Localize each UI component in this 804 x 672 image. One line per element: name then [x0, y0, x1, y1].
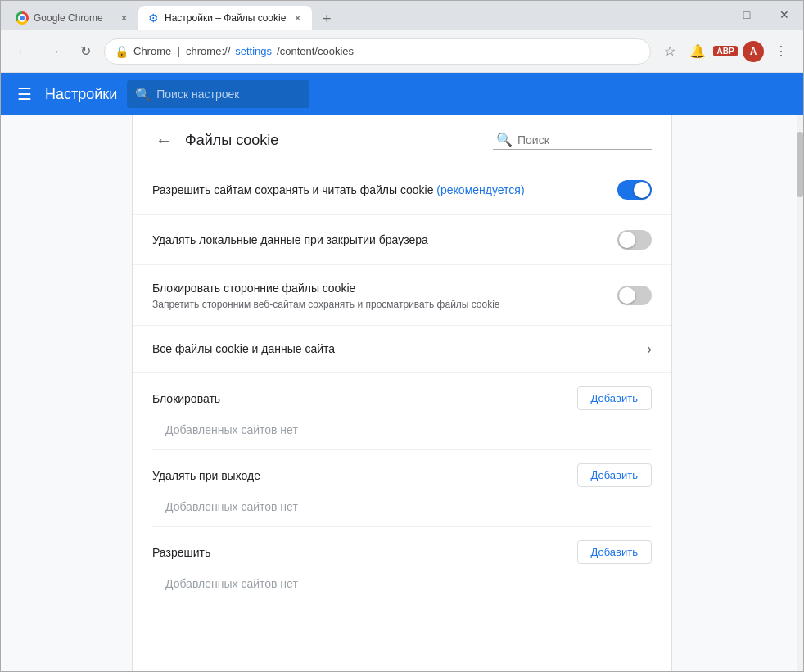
abp-icon[interactable]: ABP [713, 39, 738, 64]
block-third-party-toggle[interactable] [617, 286, 652, 305]
block-add-button[interactable]: Добавить [577, 386, 652, 410]
tab-label: Настройки – Файлы cookie [165, 12, 286, 24]
new-tab-button[interactable]: + [315, 7, 338, 30]
tab-close-button[interactable]: ✕ [291, 11, 304, 25]
search-icon: 🔍 [135, 87, 151, 102]
delete-empty-text: Добавленных сайтов нет [133, 494, 671, 526]
titlebar: Google Chrome ✕ ⚙ Настройки – Файлы cook… [1, 1, 803, 30]
chrome-menu-icon[interactable]: ⋮ [769, 39, 793, 64]
window-controls: — □ ✕ [690, 2, 803, 27]
allow-section-label: Разрешить [152, 546, 210, 559]
page-header: ← Файлы cookie 🔍 [133, 115, 671, 165]
setting-block-third-party: Блокировать сторонние файлы cookie Запре… [133, 265, 671, 326]
page-title: Файлы cookie [185, 132, 483, 149]
close-button[interactable]: ✕ [766, 2, 803, 27]
allow-cookies-toggle[interactable] [617, 180, 652, 200]
setting-all-cookies-text: Все файлы cookie и данные сайта [152, 341, 647, 358]
tab-settings-cookies[interactable]: ⚙ Настройки – Файлы cookie ✕ [138, 6, 312, 30]
setting-allow-cookies-text: Разрешить сайтам сохранять и читать файл… [152, 182, 617, 199]
minimize-button[interactable]: — [690, 2, 728, 27]
toggle-thumb [619, 232, 635, 248]
delete-section-header: Удалять при выходе Добавить [133, 450, 671, 494]
tab-close-button[interactable]: ✕ [117, 11, 130, 25]
notifications-icon[interactable]: 🔔 [685, 39, 710, 64]
setting-all-cookies-label: Все файлы cookie и данные сайта [152, 341, 627, 358]
page-back-button[interactable]: ← [152, 129, 175, 151]
block-empty-text: Добавленных сайтов нет [133, 417, 671, 449]
page-search[interactable]: 🔍 [493, 130, 652, 150]
settings-search-wrap: 🔍 [127, 80, 790, 108]
reload-button[interactable]: ↻ [73, 39, 97, 64]
setting-all-cookies[interactable]: Все файлы cookie и данные сайта › [133, 326, 671, 373]
avatar-icon[interactable]: А [741, 39, 766, 64]
content-area: ← Файлы cookie 🔍 Разрешить сайтам сохран… [1, 115, 803, 671]
chrome-settings-header: ☰ Настройки 🔍 [1, 73, 803, 115]
scrollbar-track[interactable] [797, 115, 803, 671]
delete-add-button[interactable]: Добавить [577, 463, 652, 487]
setting-delete-label: Удалять локальные данные при закрытии бр… [152, 232, 598, 249]
site-info-icon: 🔒 [115, 45, 129, 58]
addressbar: ← → ↻ 🔒 Chrome | chrome://settings/conte… [1, 30, 803, 73]
forward-button[interactable]: → [42, 39, 66, 64]
maximize-button[interactable]: □ [728, 2, 766, 27]
delete-section-label: Удалять при выходе [152, 469, 260, 482]
block-section-label: Блокировать [152, 392, 220, 405]
url-text-suffix: /content/cookies [277, 45, 354, 57]
content-panel: ← Файлы cookie 🔍 Разрешить сайтам сохран… [132, 115, 672, 671]
main-area: ← Файлы cookie 🔍 Разрешить сайтам сохран… [1, 115, 803, 671]
delete-on-close-toggle[interactable] [617, 230, 652, 250]
hamburger-menu[interactable]: ☰ [14, 81, 35, 107]
setting-allow-cookies: Разрешить сайтам сохранять и читать файл… [133, 165, 671, 215]
chrome-logo-icon [16, 11, 29, 25]
setting-delete-on-close: Удалять локальные данные при закрытии бр… [133, 215, 671, 265]
chevron-right-icon: › [647, 341, 652, 358]
allow-section-header: Разрешить Добавить [133, 527, 671, 571]
tab-google-chrome[interactable]: Google Chrome ✕ [7, 6, 138, 30]
tab-label: Google Chrome [34, 12, 103, 24]
bookmark-icon[interactable]: ☆ [657, 39, 682, 64]
url-text-chrome: Chrome | chrome:// [133, 45, 230, 57]
setting-block-sublabel: Запретить сторонним веб-сайтам сохранять… [152, 299, 598, 310]
allow-add-button[interactable]: Добавить [577, 540, 652, 564]
address-actions: ☆ 🔔 ABP А ⋮ [657, 39, 793, 64]
toggle-thumb [619, 287, 635, 304]
toggle-thumb [634, 182, 650, 198]
url-text-path: settings [235, 45, 272, 57]
scrollbar-thumb[interactable] [797, 132, 803, 197]
settings-search-input[interactable] [127, 80, 309, 108]
setting-block-text: Блокировать сторонние файлы cookie Запре… [152, 280, 617, 310]
setting-delete-text: Удалять локальные данные при закрытии бр… [152, 232, 617, 249]
url-bar[interactable]: 🔒 Chrome | chrome://settings/content/coo… [104, 38, 651, 65]
page-search-icon: 🔍 [496, 132, 513, 147]
settings-tab-icon: ⚙ [147, 11, 160, 25]
setting-block-label: Блокировать сторонние файлы cookie [152, 280, 598, 297]
setting-allow-cookies-label: Разрешить сайтам сохранять и читать файл… [152, 182, 598, 199]
page-search-input[interactable] [517, 133, 648, 147]
block-section-header: Блокировать Добавить [133, 373, 671, 417]
settings-title: Настройки [45, 86, 117, 103]
allow-empty-text: Добавленных сайтов нет [133, 571, 671, 603]
back-button[interactable]: ← [11, 39, 35, 64]
